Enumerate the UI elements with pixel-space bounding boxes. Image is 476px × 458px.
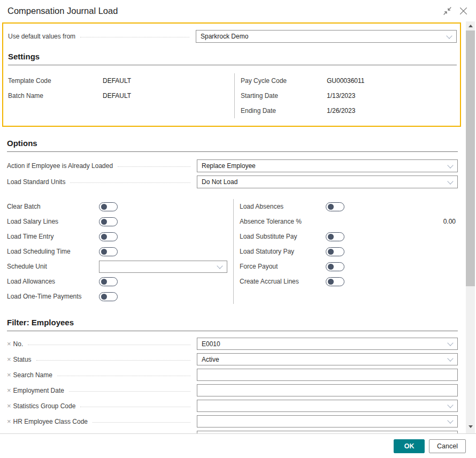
load-one-time-payments-row: Load One-Time Payments	[7, 289, 233, 304]
filter-statistics-group-code-combobox[interactable]	[197, 400, 458, 412]
schedule-unit-row: Schedule Unit	[7, 259, 233, 274]
filter-label: No.	[13, 340, 24, 348]
field-label: Clear Batch	[7, 203, 99, 210]
field-label: Load Statutory Pay	[240, 248, 326, 255]
scroll-down-arrow-icon[interactable]	[466, 422, 475, 431]
field-value: DEFAULT	[103, 92, 234, 100]
load-salary-lines-toggle[interactable]	[99, 217, 118, 226]
clear-filter-icon[interactable]: ×	[7, 356, 11, 363]
chevron-down-icon	[443, 416, 457, 427]
field-label: Use default values from	[8, 33, 75, 40]
field-value: 1/13/2023	[327, 92, 457, 100]
filter-row-employment-date: × Employment Date	[7, 384, 458, 396]
field-label: Load Salary Lines	[7, 218, 99, 225]
create-accrual-lines-toggle[interactable]	[326, 277, 344, 286]
dotted-leader	[36, 360, 190, 361]
load-scheduling-time-row: Load Scheduling Time	[7, 244, 233, 259]
load-time-entry-toggle[interactable]	[99, 232, 118, 241]
clear-batch-row: Clear Batch	[7, 199, 233, 214]
clear-batch-toggle[interactable]	[99, 202, 118, 211]
filter-label: HR Employee Class Code	[13, 418, 88, 425]
options-heading: Options	[7, 139, 458, 152]
filter-employment-date-input[interactable]	[197, 384, 458, 396]
settings-right-column: Pay Cycle Code GU00036011 Starting Date …	[234, 73, 457, 118]
scrollbar-thumb[interactable]	[466, 30, 475, 286]
load-time-entry-row: Load Time Entry	[7, 229, 233, 244]
close-icon[interactable]	[459, 6, 467, 15]
clear-filter-icon[interactable]: ×	[7, 387, 11, 394]
filter-search-name-input[interactable]	[197, 369, 458, 381]
chevron-down-icon	[213, 261, 227, 272]
options-toggles-grid: Clear Batch Load Salary Lines Load Time …	[7, 199, 458, 304]
force-payout-toggle[interactable]	[326, 262, 344, 271]
settings-grid: Template Code DEFAULT Batch Name DEFAULT…	[8, 73, 457, 118]
dotted-leader	[57, 376, 190, 376]
ok-button[interactable]: OK	[394, 439, 425, 453]
filter-status-combobox[interactable]: Active	[197, 353, 458, 365]
absence-tolerance-value[interactable]: 0.00	[326, 218, 458, 225]
settings-left-column: Template Code DEFAULT Batch Name DEFAULT	[8, 73, 234, 118]
defaults-highlight-box: Use default values from Sparkrock Demo S…	[2, 22, 461, 127]
load-substitute-pay-toggle[interactable]	[326, 232, 344, 241]
options-right-column: Load Absences Absence Tolerance % 0.00 L…	[233, 199, 458, 304]
field-value: GU00036011	[327, 77, 457, 85]
filter-no-combobox[interactable]: E0010	[197, 338, 458, 350]
field-value: 1/26/2023	[327, 107, 457, 114]
field-label: Load One-Time Payments	[7, 293, 99, 300]
filter-label: Statistics Group Code	[13, 402, 76, 410]
filter-employees-heading: Filter: Employees	[7, 318, 458, 331]
filter-hr-employee-class-code-combobox[interactable]	[197, 415, 458, 428]
field-label: Pay Cycle Code	[241, 77, 327, 85]
filter-row-status: × Status Active	[7, 353, 458, 365]
batch-name-row: Batch Name DEFAULT	[8, 88, 234, 103]
dotted-leader	[80, 37, 189, 37]
collapse-window-icon[interactable]	[443, 6, 451, 15]
vertical-scrollbar	[466, 21, 475, 433]
load-statutory-pay-toggle[interactable]	[326, 247, 344, 256]
field-label: Load Scheduling Time	[7, 248, 99, 255]
field-label: Schedule Unit	[7, 263, 99, 270]
pay-cycle-code-row: Pay Cycle Code GU00036011	[241, 73, 457, 88]
field-label: Absence Tolerance %	[240, 218, 326, 225]
use-default-values-combobox[interactable]: Sparkrock Demo	[196, 30, 457, 43]
clear-filter-icon[interactable]: ×	[7, 371, 11, 378]
load-scheduling-time-toggle[interactable]	[99, 247, 118, 256]
action-if-loaded-row: Action if Employee is Already Loaded Rep…	[7, 159, 458, 172]
chevron-down-icon	[443, 176, 457, 188]
clear-filter-icon[interactable]: ×	[7, 402, 11, 409]
dotted-leader	[69, 391, 190, 392]
cancel-button[interactable]: Cancel	[429, 439, 466, 453]
clear-filter-icon[interactable]: ×	[7, 340, 11, 347]
load-absences-toggle[interactable]	[326, 202, 344, 211]
clear-filter-icon[interactable]: ×	[7, 418, 11, 425]
filter-row-statistics-group-code: × Statistics Group Code	[7, 400, 458, 412]
dialog-content: Use default values from Sparkrock Demo S…	[0, 21, 465, 433]
chevron-down-icon	[443, 354, 457, 365]
page-title: Compensation Journal Load	[7, 6, 118, 16]
load-one-time-payments-toggle[interactable]	[99, 292, 118, 301]
scroll-up-arrow-icon[interactable]	[466, 21, 475, 30]
field-label: Force Payout	[240, 263, 326, 270]
field-label: Load Time Entry	[7, 233, 99, 240]
filter-label: Employment Date	[13, 387, 64, 394]
force-payout-row: Force Payout	[240, 259, 458, 274]
filter-row-no: × No. E0010	[7, 338, 458, 350]
create-accrual-lines-row: Create Accrual Lines	[240, 274, 458, 289]
field-label: Load Absences	[240, 203, 326, 210]
absence-tolerance-row: Absence Tolerance % 0.00	[240, 214, 458, 229]
schedule-unit-combobox[interactable]	[99, 261, 227, 273]
filter-employees-section: Filter: Employees × No. E0010 × Status	[7, 318, 458, 433]
field-label: Load Allowances	[7, 278, 99, 285]
dialog-footer: OK Cancel	[0, 433, 476, 458]
load-allowances-toggle[interactable]	[99, 277, 118, 286]
dotted-leader	[118, 166, 190, 167]
chevron-down-icon	[443, 160, 457, 172]
field-label: Load Standard Units	[7, 178, 65, 186]
field-value: DEFAULT	[103, 77, 234, 85]
action-if-loaded-combobox[interactable]: Replace Employee	[197, 159, 458, 172]
field-label: Ending Date	[241, 107, 327, 114]
settings-heading: Settings	[8, 52, 457, 65]
filter-row-hr-employee-class-code: × HR Employee Class Code	[7, 415, 458, 428]
load-standard-units-combobox[interactable]: Do Not Load	[197, 175, 458, 188]
load-standard-units-row: Load Standard Units Do Not Load	[7, 175, 458, 188]
